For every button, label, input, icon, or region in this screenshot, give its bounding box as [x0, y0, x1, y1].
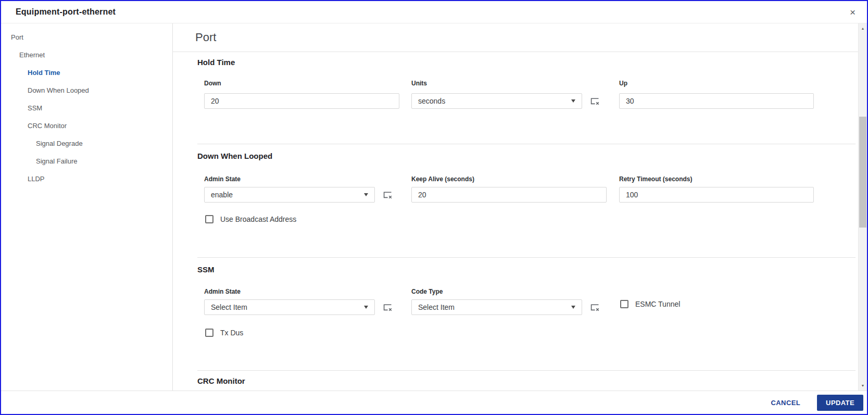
section-title-crc-monitor: CRC Monitor — [197, 376, 245, 385]
clear-selection-icon[interactable] — [590, 97, 600, 106]
clear-selection-icon[interactable] — [383, 191, 393, 199]
tree-item-crc-monitor[interactable]: CRC Monitor — [1, 117, 172, 134]
chevron-down-icon — [571, 306, 575, 309]
ssm-admin-state-select[interactable]: Select Item — [204, 299, 375, 315]
chevron-down-icon — [364, 193, 368, 196]
retry-timeout-input[interactable] — [619, 187, 814, 203]
tx-dus-row: Tx Dus — [205, 329, 243, 337]
tree-item-ssm[interactable]: SSM — [1, 99, 172, 117]
section-divider — [197, 144, 856, 144]
use-broadcast-row: Use Broadcast Address — [205, 215, 296, 223]
retry-timeout-label: Retry Timeout (seconds) — [619, 175, 692, 183]
use-broadcast-checkbox[interactable] — [205, 215, 213, 223]
equipment-dialog-window: Equipment-port-ethernet × Port Ethernet … — [0, 0, 868, 415]
units-label: Units — [411, 80, 427, 87]
section-title-ssm: SSM — [197, 265, 215, 274]
vertical-scrollbar[interactable]: ▲ ▼ — [858, 23, 867, 391]
close-icon[interactable]: × — [850, 7, 856, 17]
up-label: Up — [619, 80, 627, 87]
up-input[interactable] — [619, 93, 814, 109]
form-scroll-area: Hold Time Down Units Up seconds Down Whe… — [173, 53, 858, 391]
code-type-select[interactable]: Select Item — [411, 299, 582, 315]
units-select[interactable]: seconds — [411, 93, 582, 109]
dialog-titlebar: Equipment-port-ethernet × — [1, 1, 867, 23]
admin-state-select[interactable]: enable — [204, 187, 375, 203]
section-divider — [197, 370, 856, 371]
esmc-tunnel-row: ESMC Tunnel — [620, 300, 680, 308]
code-type-select-value: Select Item — [418, 303, 455, 311]
clear-selection-icon[interactable] — [383, 304, 393, 312]
content-panel: Port Hold Time Down Units Up seconds — [173, 23, 867, 391]
tree-item-lldp[interactable]: LLDP — [1, 170, 172, 187]
keep-alive-label: Keep Alive (seconds) — [411, 175, 474, 183]
tx-dus-checkbox[interactable] — [205, 329, 213, 337]
ssm-admin-state-label: Admin State — [204, 288, 241, 295]
scroll-down-icon[interactable]: ▼ — [859, 384, 867, 387]
use-broadcast-label: Use Broadcast Address — [220, 215, 296, 223]
cancel-button[interactable]: CANCEL — [771, 399, 801, 407]
dialog-title: Equipment-port-ethernet — [16, 7, 116, 17]
chevron-down-icon — [571, 99, 575, 103]
keep-alive-input[interactable] — [411, 187, 607, 203]
clear-selection-icon[interactable] — [590, 304, 600, 312]
tree-item-port[interactable]: Port — [1, 28, 172, 46]
tree-item-down-when-looped[interactable]: Down When Looped — [1, 81, 172, 99]
chevron-down-icon — [364, 306, 368, 309]
tree-item-ethernet[interactable]: Ethernet — [1, 46, 172, 64]
esmc-tunnel-label: ESMC Tunnel — [635, 300, 680, 308]
section-title-down-when-looped: Down When Looped — [197, 152, 272, 160]
code-type-label: Code Type — [411, 288, 443, 295]
tree-item-signal-failure[interactable]: Signal Failure — [1, 152, 172, 170]
units-select-value: seconds — [418, 97, 445, 105]
admin-state-select-value: enable — [211, 191, 233, 199]
section-title-hold-time: Hold Time — [197, 58, 235, 67]
scroll-up-icon[interactable]: ▲ — [859, 27, 867, 30]
page-header: Port — [173, 23, 858, 52]
admin-state-label: Admin State — [204, 175, 241, 183]
dialog-body: Port Ethernet Hold Time Down When Looped… — [1, 23, 867, 391]
down-input[interactable] — [204, 93, 399, 109]
esmc-tunnel-checkbox[interactable] — [620, 300, 628, 308]
dialog-footer: CANCEL UPDATE — [1, 391, 867, 414]
nav-tree: Port Ethernet Hold Time Down When Looped… — [1, 23, 173, 391]
section-divider — [197, 257, 856, 258]
tx-dus-label: Tx Dus — [220, 329, 243, 337]
page-title: Port — [195, 31, 216, 44]
update-button[interactable]: UPDATE — [817, 395, 863, 411]
ssm-admin-state-select-value: Select Item — [211, 303, 247, 311]
tree-item-hold-time[interactable]: Hold Time — [1, 64, 172, 81]
tree-item-signal-degrade[interactable]: Signal Degrade — [1, 134, 172, 152]
down-label: Down — [204, 80, 221, 87]
scrollbar-thumb[interactable] — [859, 117, 866, 228]
